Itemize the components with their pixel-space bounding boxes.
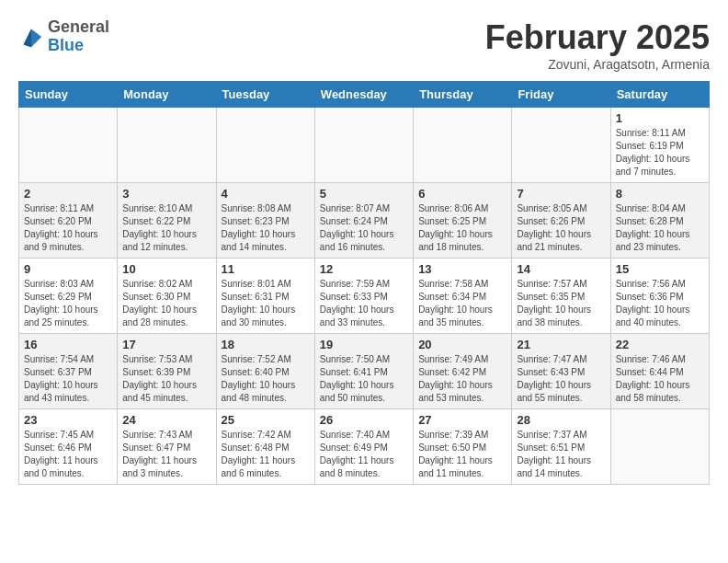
calendar-week-3: 16Sunrise: 7:54 AM Sunset: 6:37 PM Dayli… [19,334,710,409]
calendar-cell [414,108,512,183]
day-number: 2 [24,187,112,201]
day-info: Sunrise: 8:07 AM Sunset: 6:24 PM Dayligh… [320,202,408,254]
day-info: Sunrise: 7:49 AM Sunset: 6:42 PM Dayligh… [418,353,506,405]
calendar-week-4: 23Sunrise: 7:45 AM Sunset: 6:46 PM Dayli… [19,409,710,485]
col-header-wednesday: Wednesday [314,82,413,108]
calendar-cell: 17Sunrise: 7:53 AM Sunset: 6:39 PM Dayli… [118,334,216,409]
header: General Blue February 2025 Zovuni, Araga… [18,18,710,72]
calendar-cell [512,108,610,183]
calendar-cell: 7Sunrise: 8:05 AM Sunset: 6:26 PM Daylig… [512,183,610,259]
day-number: 14 [517,262,605,276]
logo-blue: Blue [48,37,109,55]
day-info: Sunrise: 8:11 AM Sunset: 6:19 PM Dayligh… [616,127,704,178]
calendar-cell: 9Sunrise: 8:03 AM Sunset: 6:29 PM Daylig… [19,259,118,334]
day-number: 8 [616,187,704,201]
calendar-cell: 19Sunrise: 7:50 AM Sunset: 6:41 PM Dayli… [314,334,413,409]
calendar-cell: 2Sunrise: 8:11 AM Sunset: 6:20 PM Daylig… [19,183,118,259]
calendar-week-2: 9Sunrise: 8:03 AM Sunset: 6:29 PM Daylig… [19,259,710,334]
calendar-cell: 1Sunrise: 8:11 AM Sunset: 6:19 PM Daylig… [610,108,709,183]
logo-text: General Blue [48,18,109,55]
day-info: Sunrise: 8:08 AM Sunset: 6:23 PM Dayligh… [222,202,310,254]
day-number: 23 [24,413,112,427]
calendar-cell: 15Sunrise: 7:56 AM Sunset: 6:36 PM Dayli… [610,259,709,334]
col-header-sunday: Sunday [19,82,118,108]
day-info: Sunrise: 7:39 AM Sunset: 6:50 PM Dayligh… [418,429,506,480]
day-info: Sunrise: 7:56 AM Sunset: 6:36 PM Dayligh… [616,278,704,329]
day-number: 20 [418,338,506,351]
day-info: Sunrise: 7:54 AM Sunset: 6:37 PM Dayligh… [24,353,112,405]
day-info: Sunrise: 7:57 AM Sunset: 6:35 PM Dayligh… [517,278,605,329]
calendar-cell: 23Sunrise: 7:45 AM Sunset: 6:46 PM Dayli… [19,409,118,485]
calendar-week-1: 2Sunrise: 8:11 AM Sunset: 6:20 PM Daylig… [19,183,710,259]
day-info: Sunrise: 8:01 AM Sunset: 6:31 PM Dayligh… [222,278,310,329]
calendar-cell: 18Sunrise: 7:52 AM Sunset: 6:40 PM Dayli… [216,334,314,409]
day-number: 27 [418,413,506,427]
logo: General Blue [18,18,109,55]
svg-marker-1 [24,29,31,47]
calendar-cell: 3Sunrise: 8:10 AM Sunset: 6:22 PM Daylig… [118,183,216,259]
calendar-cell: 12Sunrise: 7:59 AM Sunset: 6:33 PM Dayli… [314,259,413,334]
day-number: 25 [222,413,310,427]
calendar-cell: 11Sunrise: 8:01 AM Sunset: 6:31 PM Dayli… [216,259,314,334]
logo-icon [18,24,44,50]
day-info: Sunrise: 7:59 AM Sunset: 6:33 PM Dayligh… [320,278,408,329]
calendar-cell: 4Sunrise: 8:08 AM Sunset: 6:23 PM Daylig… [216,183,314,259]
day-info: Sunrise: 7:52 AM Sunset: 6:40 PM Dayligh… [222,353,310,405]
calendar-cell: 8Sunrise: 8:04 AM Sunset: 6:28 PM Daylig… [610,183,709,259]
calendar-cell [610,409,709,485]
day-number: 3 [122,187,210,201]
calendar-cell [19,108,118,183]
day-number: 18 [222,338,310,351]
month-title: February 2025 [485,18,710,57]
day-info: Sunrise: 8:06 AM Sunset: 6:25 PM Dayligh… [418,202,506,254]
calendar-cell: 26Sunrise: 7:40 AM Sunset: 6:49 PM Dayli… [314,409,413,485]
col-header-monday: Monday [118,82,216,108]
day-info: Sunrise: 8:02 AM Sunset: 6:30 PM Dayligh… [122,278,210,329]
calendar-cell: 24Sunrise: 7:43 AM Sunset: 6:47 PM Dayli… [118,409,216,485]
day-number: 26 [320,413,408,427]
calendar-cell [216,108,314,183]
calendar-cell [314,108,413,183]
calendar: SundayMondayTuesdayWednesdayThursdayFrid… [18,81,710,485]
calendar-cell: 5Sunrise: 8:07 AM Sunset: 6:24 PM Daylig… [314,183,413,259]
calendar-cell: 20Sunrise: 7:49 AM Sunset: 6:42 PM Dayli… [414,334,512,409]
day-number: 13 [418,262,506,276]
day-number: 4 [222,187,310,201]
day-info: Sunrise: 8:04 AM Sunset: 6:28 PM Dayligh… [616,202,704,254]
calendar-cell: 10Sunrise: 8:02 AM Sunset: 6:30 PM Dayli… [118,259,216,334]
day-number: 24 [122,413,210,427]
day-info: Sunrise: 7:40 AM Sunset: 6:49 PM Dayligh… [320,429,408,480]
col-header-friday: Friday [512,82,610,108]
day-info: Sunrise: 7:53 AM Sunset: 6:39 PM Dayligh… [122,353,210,405]
logo-general: General [48,18,109,37]
day-info: Sunrise: 8:10 AM Sunset: 6:22 PM Dayligh… [122,202,210,254]
day-info: Sunrise: 7:50 AM Sunset: 6:41 PM Dayligh… [320,353,408,405]
calendar-cell: 14Sunrise: 7:57 AM Sunset: 6:35 PM Dayli… [512,259,610,334]
day-info: Sunrise: 7:58 AM Sunset: 6:34 PM Dayligh… [418,278,506,329]
day-info: Sunrise: 8:03 AM Sunset: 6:29 PM Dayligh… [24,278,112,329]
title-area: February 2025 Zovuni, Aragatsotn, Armeni… [485,18,710,72]
day-number: 28 [517,413,605,427]
day-number: 1 [616,111,704,125]
day-info: Sunrise: 7:46 AM Sunset: 6:44 PM Dayligh… [616,353,704,405]
calendar-cell: 16Sunrise: 7:54 AM Sunset: 6:37 PM Dayli… [19,334,118,409]
day-info: Sunrise: 8:11 AM Sunset: 6:20 PM Dayligh… [24,202,112,254]
day-number: 12 [320,262,408,276]
day-number: 21 [517,338,605,351]
col-header-thursday: Thursday [414,82,512,108]
day-info: Sunrise: 7:45 AM Sunset: 6:46 PM Dayligh… [24,429,112,480]
day-number: 15 [616,262,704,276]
calendar-cell: 28Sunrise: 7:37 AM Sunset: 6:51 PM Dayli… [512,409,610,485]
day-number: 10 [122,262,210,276]
day-number: 22 [616,338,704,351]
subtitle: Zovuni, Aragatsotn, Armenia [485,57,710,72]
calendar-cell: 22Sunrise: 7:46 AM Sunset: 6:44 PM Dayli… [610,334,709,409]
day-number: 9 [24,262,112,276]
col-header-tuesday: Tuesday [216,82,314,108]
calendar-week-0: 1Sunrise: 8:11 AM Sunset: 6:19 PM Daylig… [19,108,710,183]
day-info: Sunrise: 7:43 AM Sunset: 6:47 PM Dayligh… [122,429,210,480]
day-info: Sunrise: 8:05 AM Sunset: 6:26 PM Dayligh… [517,202,605,254]
calendar-cell: 6Sunrise: 8:06 AM Sunset: 6:25 PM Daylig… [414,183,512,259]
day-info: Sunrise: 7:47 AM Sunset: 6:43 PM Dayligh… [517,353,605,405]
day-number: 16 [24,338,112,351]
